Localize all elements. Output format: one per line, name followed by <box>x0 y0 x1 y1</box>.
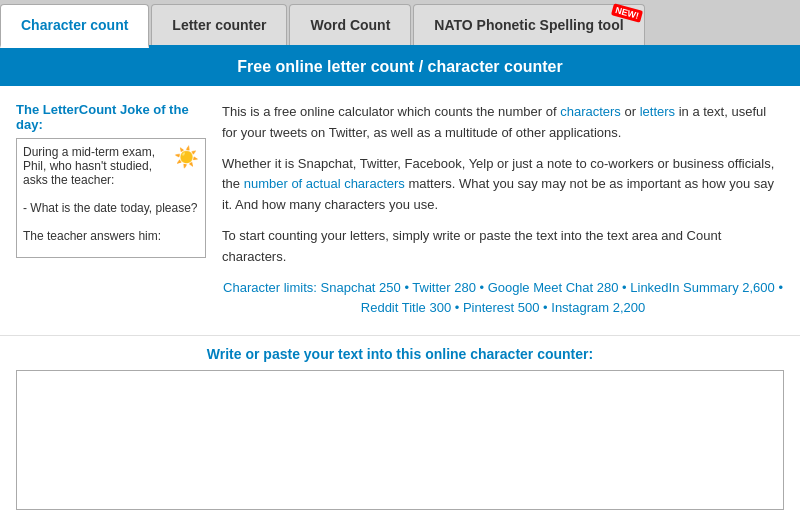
input-section: Write or paste your text into this onlin… <box>0 335 800 529</box>
tab-nato-phonetic[interactable]: NATO Phonetic Spelling tool NEW! <box>413 4 644 45</box>
letters-link[interactable]: letters <box>640 104 675 119</box>
joke-box: The LetterCount Joke of the day: ☀️ Duri… <box>16 102 206 319</box>
tab-bar: Character count Letter counter Word Coun… <box>0 0 800 48</box>
header-title: Free online letter count / character cou… <box>237 58 562 75</box>
character-limits: Character limits: Snapchat 250 • Twitter… <box>222 278 784 320</box>
joke-text[interactable]: ☀️ During a mid-term exam, Phil, who has… <box>16 138 206 258</box>
desc-para1-pre: This is a free online calculator which c… <box>222 104 560 119</box>
page-header: Free online letter count / character cou… <box>0 48 800 86</box>
description-para1: This is a free online calculator which c… <box>222 102 784 144</box>
sun-icon: ☀️ <box>174 145 199 169</box>
description-area: This is a free online calculator which c… <box>222 102 784 319</box>
main-content: The LetterCount Joke of the day: ☀️ Duri… <box>0 86 800 335</box>
input-label: Write or paste your text into this onlin… <box>16 346 784 362</box>
tab-letter-counter[interactable]: Letter counter <box>151 4 287 45</box>
text-input[interactable] <box>16 370 784 510</box>
tab-nato-label: NATO Phonetic Spelling tool <box>434 17 623 33</box>
description-para3: To start counting your letters, simply w… <box>222 226 784 268</box>
tab-character-count[interactable]: Character count <box>0 4 149 48</box>
description-para2: Whether it is Snapchat, Twitter, Faceboo… <box>222 154 784 216</box>
joke-title: The LetterCount Joke of the day: <box>16 102 206 132</box>
actual-characters-link[interactable]: number of actual characters <box>244 176 405 191</box>
joke-content: During a mid-term exam, Phil, who hasn't… <box>23 145 198 243</box>
tab-word-count[interactable]: Word Count <box>289 4 411 45</box>
characters-link[interactable]: characters <box>560 104 621 119</box>
desc-para1-mid: or <box>621 104 640 119</box>
